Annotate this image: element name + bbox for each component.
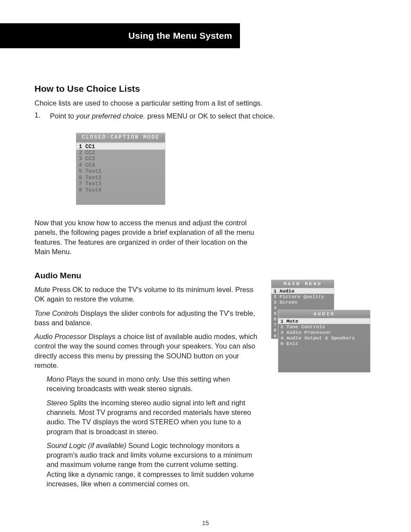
cc-row: 1 CC1 — [76, 143, 165, 150]
term-sound-logic: Sound Logic (if available) — [47, 442, 126, 449]
body-stereo: Splits the incoming stereo audio signal … — [47, 399, 251, 436]
page-header-title: Using the Menu System — [128, 31, 232, 41]
main-menu-row: 3 Screen — [271, 299, 334, 305]
audio-menu-row: 0 Exit — [278, 341, 370, 346]
main-menu-row: 1 Audio — [271, 288, 334, 294]
heading-audio-menu: Audio Menu — [34, 271, 379, 280]
cc-row: 4 CC4 — [76, 162, 165, 169]
intro-text: Choice lists are used to choose a partic… — [34, 98, 280, 108]
cc-row: 2 CC2 — [76, 150, 165, 156]
main-menu-row: 2 Picture Quality — [271, 294, 334, 299]
cc-row: 3 CC3 — [76, 156, 165, 162]
heading-choice-lists: How to Use Choice Lists — [34, 84, 379, 94]
cc-row: 5 Text1 — [76, 168, 165, 175]
audio-submenu-panel: AUDIO 1 Mute2 Tone Controls3 Audio Proce… — [278, 310, 371, 373]
step-text-a: Point to — [50, 112, 76, 120]
def-proc: Audio Processor Displays a choice list o… — [34, 332, 258, 370]
cc-row: 6 Text2 — [76, 175, 165, 181]
page-header: Using the Menu System — [0, 23, 240, 48]
term-mute: Mute — [34, 286, 50, 293]
def-tone: Tone Controls Displays the slider contro… — [34, 308, 258, 328]
main-menu-title: MAIN MENU — [271, 280, 334, 288]
step-number: 1. — [34, 111, 42, 121]
def-mono: Mono Plays the sound in mono only. Use t… — [47, 374, 258, 394]
audio-menu-row: 2 Tone Controls — [278, 324, 370, 330]
step-text-italic: your preferred choice. — [76, 112, 147, 120]
audio-menu-row: 1 Mute — [278, 318, 370, 324]
closed-caption-panel: CLOSED-CAPTION MODE 1 CC12 CC23 CC34 CC4… — [76, 133, 165, 205]
ordered-step: 1. Point to your preferred choice. press… — [34, 111, 379, 121]
cc-row: 8 Text4 — [76, 187, 165, 194]
term-stereo: Stereo — [47, 399, 68, 407]
body-mono: Plays the sound in mono only. Use this s… — [47, 375, 230, 392]
term-proc: Audio Processor — [34, 333, 87, 340]
cc-row: 7 Text3 — [76, 181, 165, 187]
body-mute: Press OK to reduce the TV's volume to it… — [34, 286, 253, 303]
page-number: 15 — [0, 520, 411, 526]
step-body: Point to your preferred choice. press ME… — [50, 111, 276, 121]
term-tone: Tone Controls — [34, 309, 78, 317]
transition-text: Now that you know how to access the menu… — [34, 218, 254, 256]
step-text-c: press MENU or OK to select that choice. — [147, 112, 275, 120]
cc-panel-title: CLOSED-CAPTION MODE — [76, 133, 165, 143]
def-mute: Mute Press OK to reduce the TV's volume … — [34, 285, 258, 304]
audio-menu-row: 3 Audio Processor — [278, 330, 370, 335]
def-stereo: Stereo Splits the incoming stereo audio … — [47, 398, 258, 436]
audio-submenu-title: AUDIO — [278, 310, 370, 318]
audio-menu-row: 4 Audio Output & Speakers — [278, 335, 370, 341]
def-sound-logic: Sound Logic (if available) Sound Logic t… — [47, 441, 258, 488]
term-mono: Mono — [47, 375, 64, 383]
